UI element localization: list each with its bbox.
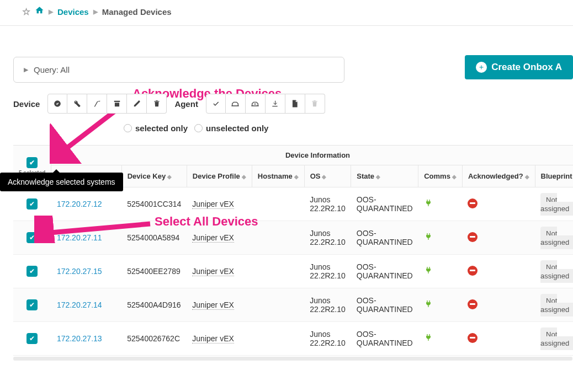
table-row: ✔172.20.27.1352540026762CJuniper vEXJuno…: [13, 322, 573, 356]
edit-button[interactable]: [127, 94, 147, 114]
device-profile-link[interactable]: Juniper vEX: [192, 200, 234, 209]
comms-cell: [418, 288, 463, 322]
blueprint-cell: Not assigned: [535, 288, 573, 322]
plug-icon: [424, 300, 433, 310]
device-profile-link[interactable]: Juniper vEX: [192, 300, 234, 310]
agent-install-button[interactable]: [226, 94, 246, 114]
col-comms[interactable]: Comms◆: [418, 165, 463, 187]
agent-uninstall-button[interactable]: [246, 94, 266, 114]
state-cell: OOS-QUARANTINED: [351, 221, 418, 255]
comms-cell: [418, 255, 463, 288]
comms-cell: [418, 322, 463, 356]
os-cell: Junos 22.2R2.10: [304, 255, 351, 288]
not-assigned-badge: Not assigned: [540, 327, 573, 350]
management-ip-link[interactable]: 172.20.27.14: [57, 300, 102, 309]
hostname-cell: [252, 322, 304, 356]
state-cell: OOS-QUARANTINED: [351, 255, 418, 288]
device-profile-link[interactable]: Juniper vEX: [192, 334, 234, 343]
not-assigned-badge: Not assigned: [540, 294, 573, 316]
management-ip-link[interactable]: 172.20.27.15: [57, 267, 102, 276]
agent-delete-button: [305, 94, 325, 114]
os-cell: Junos 22.2R2.10: [304, 322, 351, 356]
delete-button[interactable]: [147, 94, 167, 114]
chevron-icon: ▶: [93, 8, 98, 15]
archive-button[interactable]: [107, 94, 127, 114]
row-checkbox[interactable]: ✔: [26, 232, 38, 243]
caret-right-icon: ▶: [24, 66, 28, 73]
tooltip: Acknowledge selected systems: [0, 173, 123, 191]
plug-icon: [424, 233, 433, 243]
no-entry-icon: [468, 232, 478, 242]
table-row: ✔172.20.27.125254001CC314Juniper vEXJuno…: [13, 187, 573, 221]
blueprint-cell: Not assigned: [535, 187, 573, 221]
table-row: ✔172.20.27.15525400EE2789Juniper vEXJuno…: [13, 255, 573, 288]
comms-cell: [418, 221, 463, 255]
device-key-cell: 525400A4D916: [121, 288, 187, 322]
filter-selected-only[interactable]: selected only: [124, 123, 188, 133]
row-checkbox[interactable]: ✔: [26, 299, 38, 310]
star-icon[interactable]: ☆: [22, 6, 30, 18]
select-all-checkbox[interactable]: ✔: [26, 157, 38, 168]
not-assigned-badge: Not assigned: [540, 193, 573, 216]
row-checkbox[interactable]: ✔: [26, 266, 38, 277]
os-cell: Junos 22.2R2.10: [304, 221, 351, 255]
filter-unselected-only[interactable]: unselected only: [194, 123, 268, 133]
col-os[interactable]: OS◆: [304, 165, 351, 187]
row-checkbox[interactable]: ✔: [26, 198, 38, 210]
device-key-cell: 5254001CC314: [121, 187, 187, 221]
comms-cell: [418, 187, 463, 221]
home-icon[interactable]: [35, 6, 44, 18]
agent-check-button[interactable]: [206, 94, 226, 114]
col-state[interactable]: State◆: [351, 165, 418, 187]
not-assigned-badge: Not assigned: [540, 260, 573, 283]
col-blueprint[interactable]: Blueprint◆: [535, 165, 573, 187]
agent-toolbar: [206, 94, 325, 114]
hostname-cell: [252, 187, 304, 221]
table-row: ✔172.20.27.115254000A5894Juniper vEXJuno…: [13, 221, 573, 255]
management-ip-link[interactable]: 172.20.27.13: [57, 334, 102, 343]
state-cell: OOS-QUARANTINED: [351, 322, 418, 356]
agent-download-button[interactable]: [266, 94, 285, 114]
ack-cell: [462, 187, 535, 221]
state-cell: OOS-QUARANTINED: [351, 288, 418, 322]
ack-cell: [462, 255, 535, 288]
ack-cell: [462, 322, 535, 356]
col-profile[interactable]: Device Profile◆: [187, 165, 252, 187]
plug-icon: [424, 200, 433, 209]
filter-row: selected only unselected only: [13, 123, 573, 133]
col-ack[interactable]: Acknowledged?◆: [462, 165, 535, 187]
wrench-button[interactable]: [67, 94, 87, 114]
scrollbar-horizontal[interactable]: [13, 357, 572, 361]
no-entry-icon: [468, 198, 478, 208]
acknowledge-button[interactable]: [47, 94, 67, 114]
col-hostname[interactable]: Hostname◆: [252, 165, 304, 187]
col-key[interactable]: Device Key◆: [121, 165, 187, 187]
device-key-cell: 525400EE2789: [121, 255, 187, 288]
device-profile-link[interactable]: Juniper vEX: [192, 267, 234, 276]
no-entry-icon: [468, 333, 478, 343]
management-ip-link[interactable]: 172.20.27.12: [57, 200, 102, 208]
agent-file-button[interactable]: [285, 94, 305, 114]
device-key-cell: 5254000A5894: [121, 221, 187, 255]
plug-icon: [424, 267, 433, 276]
tag-button[interactable]: [87, 94, 107, 114]
table-row: ✔172.20.27.14525400A4D916Juniper vEXJuno…: [13, 288, 573, 322]
blueprint-cell: Not assigned: [535, 221, 573, 255]
breadcrumb-devices[interactable]: Devices: [57, 7, 89, 17]
plug-icon: [424, 334, 433, 343]
not-assigned-badge: Not assigned: [540, 227, 573, 249]
query-filter[interactable]: ▶ Query: All: [13, 57, 344, 83]
query-label: Query: All: [34, 65, 70, 74]
state-cell: OOS-QUARANTINED: [351, 187, 418, 221]
hostname-cell: [252, 221, 304, 255]
hostname-cell: [252, 255, 304, 288]
device-toolbar-label: Device: [13, 99, 40, 109]
management-ip-link[interactable]: 172.20.27.11: [57, 233, 102, 242]
ack-cell: [462, 288, 535, 322]
breadcrumb-current: Managed Devices: [102, 7, 172, 17]
agent-toolbar-label: Agent: [174, 99, 198, 109]
device-info-header: Device Information: [51, 146, 573, 165]
no-entry-icon: [468, 299, 478, 309]
device-profile-link[interactable]: Juniper vEX: [192, 233, 234, 243]
row-checkbox[interactable]: ✔: [26, 333, 38, 344]
